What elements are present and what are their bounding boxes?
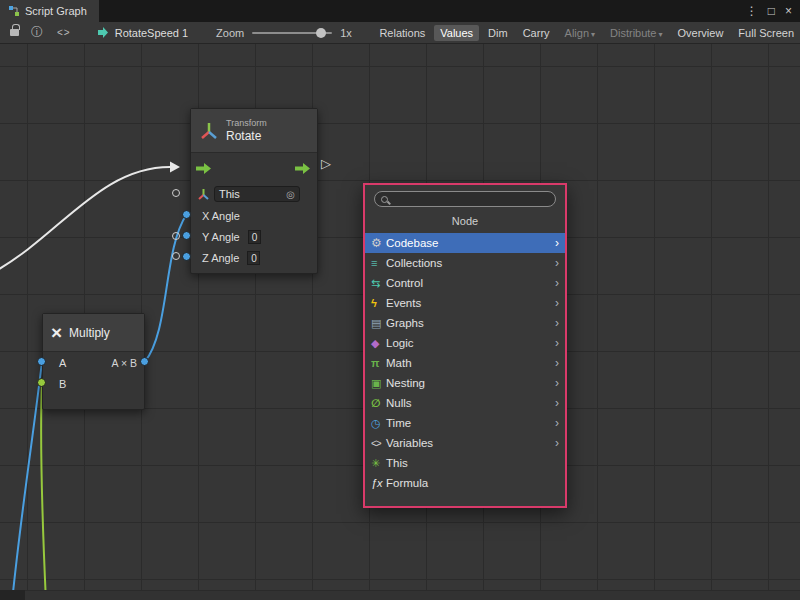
zoom-slider[interactable] — [252, 32, 332, 34]
multiply-row-a: A A × B — [43, 352, 144, 373]
search-input[interactable] — [392, 193, 549, 205]
z-angle-row: Z Angle 0 — [191, 247, 317, 268]
multiply-output-port[interactable] — [140, 357, 149, 366]
align-dropdown[interactable]: Align▾ — [559, 25, 601, 41]
port-label: Y Angle — [202, 231, 240, 243]
x-angle-port[interactable] — [182, 210, 191, 219]
null-icon: ∅ — [371, 397, 386, 410]
chevron-right-icon: › — [555, 256, 559, 270]
window-close-icon[interactable]: × — [785, 4, 792, 18]
finder-item-events[interactable]: ϟ Events › — [365, 293, 565, 313]
input-a-wire — [12, 362, 42, 600]
list-icon: ≡ — [371, 257, 386, 269]
search-icon — [381, 196, 388, 203]
port-label: Z Angle — [202, 252, 239, 264]
rotate-node-header[interactable]: Transform Rotate — [191, 109, 317, 153]
multiply-node-header[interactable]: × Multiply — [43, 314, 144, 352]
chevron-right-icon: › — [555, 436, 559, 450]
info-icon[interactable]: ⓘ — [31, 24, 43, 41]
port-label: B — [59, 378, 66, 390]
carry-button[interactable]: Carry — [517, 25, 556, 41]
values-button[interactable]: Values — [434, 25, 479, 41]
finder-search-area — [365, 185, 565, 211]
finder-item-variables[interactable]: <> Variables › — [365, 433, 565, 453]
lock-icon[interactable] — [10, 29, 19, 36]
graph-breadcrumb[interactable]: RotateSpeed 1 — [97, 26, 188, 39]
finder-item-control[interactable]: ⇆ Control › — [365, 273, 565, 293]
window-maximize-icon[interactable]: □ — [768, 4, 775, 18]
node-category: Transform — [226, 118, 267, 129]
window-menu-icon[interactable]: ⋮ — [746, 4, 758, 18]
z-angle-outer-port[interactable] — [172, 252, 180, 260]
flow-continuation-icon[interactable]: ▷ — [321, 156, 331, 171]
horizontal-scrollbar[interactable] — [0, 590, 800, 600]
zoom-label: Zoom — [216, 27, 244, 39]
this-port[interactable] — [172, 189, 180, 197]
x-angle-row: X Angle — [191, 205, 317, 226]
folder-icon: ▤ — [371, 317, 386, 330]
multiply-node[interactable]: × Multiply A A × B B — [42, 313, 145, 410]
finder-item-math[interactable]: π Math › — [365, 353, 565, 373]
control-flow-row — [191, 153, 317, 183]
overview-button[interactable]: Overview — [672, 25, 730, 41]
y-angle-value-field[interactable]: 0 — [248, 230, 261, 244]
clock-icon: ◷ — [371, 417, 386, 430]
input-b-wire — [41, 383, 46, 600]
multiply-to-xangle-wire — [145, 215, 187, 362]
flow-output-arrow-icon[interactable] — [295, 163, 310, 174]
chevron-down-icon: ▾ — [591, 30, 595, 39]
distribute-dropdown[interactable]: Distribute▾ — [604, 25, 668, 41]
finder-search-field[interactable] — [374, 191, 556, 207]
graph-asset-icon — [97, 26, 110, 39]
multiply-input-a-port[interactable] — [37, 357, 46, 366]
formula-icon: ƒx — [371, 477, 386, 489]
tab-bar: Script Graph ⋮ □ × — [0, 0, 800, 22]
transform-gizmo-icon — [199, 121, 219, 141]
finder-item-nulls[interactable]: ∅ Nulls › — [365, 393, 565, 413]
finder-item-graphs[interactable]: ▤ Graphs › — [365, 313, 565, 333]
chevron-right-icon: › — [555, 396, 559, 410]
z-angle-value-field[interactable]: 0 — [247, 251, 260, 265]
unity-script-graph-window: Script Graph ⋮ □ × ⓘ <> RotateSpeed 1 Zo… — [0, 0, 800, 600]
relations-button[interactable]: Relations — [373, 25, 431, 41]
chevron-right-icon: › — [555, 356, 559, 370]
chevron-right-icon: › — [555, 316, 559, 330]
this-icon: ✳ — [371, 457, 386, 470]
finder-item-codebase[interactable]: ⚙ Codebase › — [365, 233, 565, 253]
finder-header: Node — [365, 211, 565, 233]
chevron-right-icon: › — [555, 236, 559, 250]
z-angle-port[interactable] — [182, 252, 191, 261]
output-label: A × B — [112, 357, 137, 369]
chevron-right-icon: › — [555, 336, 559, 350]
finder-item-formula[interactable]: ƒx Formula — [365, 473, 565, 493]
code-icon[interactable]: <> — [57, 27, 71, 38]
window-controls: ⋮ □ × — [746, 0, 800, 22]
multiply-row-b: B — [43, 373, 144, 394]
graph-name: RotateSpeed 1 — [115, 27, 188, 39]
node-title: Multiply — [69, 326, 110, 340]
finder-item-logic[interactable]: ◆ Logic › — [365, 333, 565, 353]
finder-item-time[interactable]: ◷ Time › — [365, 413, 565, 433]
zoom-value: 1x — [340, 27, 352, 39]
control-wire — [0, 167, 170, 272]
graph-canvas[interactable]: Transform Rotate This — [0, 44, 800, 600]
graph-toolbar: ⓘ <> RotateSpeed 1 Zoom 1x Relations Val… — [0, 22, 800, 44]
zoom-control: Zoom 1x — [216, 27, 352, 39]
zoom-slider-knob[interactable] — [316, 28, 326, 38]
y-angle-port[interactable] — [182, 231, 191, 240]
finder-item-this[interactable]: ✳ This — [365, 453, 565, 473]
toolbar-buttons: Relations Values Dim Carry Align▾ Distri… — [373, 25, 800, 41]
tab-script-graph[interactable]: Script Graph — [0, 0, 99, 22]
full-screen-button[interactable]: Full Screen — [732, 25, 800, 41]
this-object-field[interactable]: This ◎ — [214, 186, 300, 202]
flow-input-arrow-icon[interactable] — [196, 163, 211, 174]
y-angle-outer-port[interactable] — [172, 232, 180, 240]
port-label: X Angle — [202, 210, 240, 222]
transform-gizmo-icon — [197, 188, 210, 201]
transform-rotate-node[interactable]: Transform Rotate This — [190, 108, 318, 274]
dim-button[interactable]: Dim — [482, 25, 514, 41]
multiply-input-b-port[interactable] — [37, 378, 46, 387]
object-picker-icon[interactable]: ◎ — [286, 189, 295, 200]
finder-item-nesting[interactable]: ▣ Nesting › — [365, 373, 565, 393]
finder-item-collections[interactable]: ≡ Collections › — [365, 253, 565, 273]
